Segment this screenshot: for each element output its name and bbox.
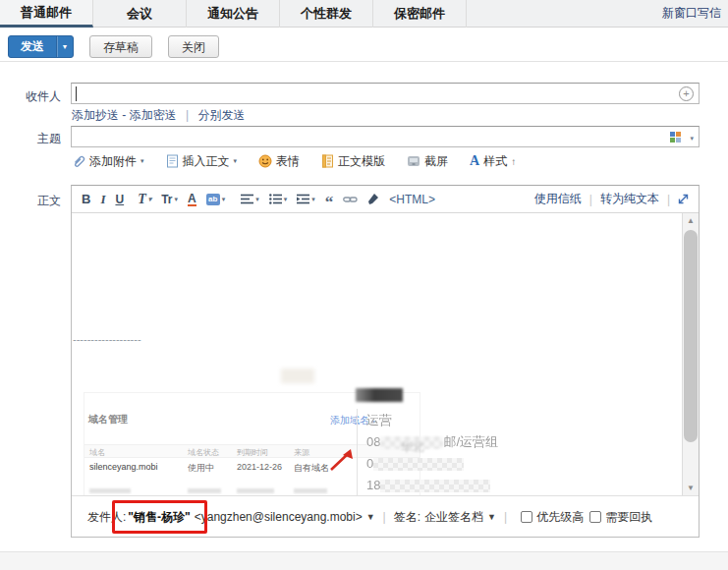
tab-meeting[interactable]: 会议: [93, 0, 187, 28]
insert-body-button[interactable]: 插入正文 ▾: [166, 153, 238, 170]
smiley-icon: [258, 154, 272, 168]
document-icon: [166, 154, 179, 168]
page-bottom-strip: [0, 552, 728, 570]
style-arrow-icon: ↑: [511, 156, 516, 167]
from-email: <yangzhen@silenceyang.mobi>: [195, 510, 363, 524]
emoticon-label: 表情: [276, 153, 300, 170]
align-button[interactable]: ▾: [241, 194, 259, 204]
tag-dropdown-caret-icon[interactable]: ▾: [690, 135, 694, 142]
expand-editor-icon[interactable]: [678, 194, 689, 204]
indent-button[interactable]: ▾: [297, 194, 315, 204]
new-window-compose-link[interactable]: 新窗口写信: [662, 5, 721, 22]
domain-col-header: 到期时间: [237, 447, 268, 458]
domain-status-cell: 使用中: [188, 462, 214, 475]
scroll-up-icon[interactable]: ▲: [683, 216, 699, 225]
scroll-down-icon[interactable]: ▼: [683, 484, 699, 492]
domain-cell: silenceyang.mobi: [89, 462, 158, 472]
subject-input[interactable]: ▾: [71, 126, 700, 147]
insert-body-caret-icon: ▾: [234, 157, 238, 165]
highlight-button[interactable]: ab▾: [206, 194, 226, 205]
priority-high-option[interactable]: 优先级高: [521, 509, 584, 526]
blockquote-button[interactable]: “: [325, 198, 334, 207]
font-size-button[interactable]: Tr▾: [161, 193, 178, 206]
indent-icon: [297, 194, 309, 204]
add-contact-plus-icon[interactable]: +: [679, 86, 694, 101]
highlight-caret-icon: ▾: [222, 196, 226, 203]
domain-col-header: 域名: [89, 447, 105, 458]
send-separately-link[interactable]: 分别发送: [198, 108, 246, 122]
send-split-button[interactable]: 发送 ▼: [8, 35, 74, 58]
send-button[interactable]: 发送: [9, 36, 56, 57]
add-attachment-button[interactable]: 添加附件 ▾: [72, 153, 144, 170]
mosaic-redaction: [380, 480, 490, 492]
add-cc-link[interactable]: 添加抄送: [72, 108, 119, 122]
emoticon-button[interactable]: 表情: [258, 153, 300, 170]
tag-swatch: [676, 138, 681, 142]
send-dropdown-caret-icon[interactable]: ▼: [56, 36, 73, 57]
close-button[interactable]: 关闭: [168, 35, 219, 58]
paperclip-icon: [72, 154, 85, 168]
blurred-artifact: [281, 369, 314, 383]
underline-button[interactable]: U: [115, 193, 124, 206]
signature-value[interactable]: 企业签名档: [424, 509, 483, 526]
scrollbar-thumb[interactable]: [684, 230, 698, 442]
template-icon: [321, 154, 334, 168]
compose-actionbar: 发送 ▼ 存草稿 关闭: [8, 35, 219, 58]
tab-announcement[interactable]: 通知公告: [187, 0, 280, 28]
screenshot-icon: [407, 154, 420, 168]
toolbar-pipe: |: [667, 193, 670, 206]
highlight-icon: ab: [206, 194, 220, 205]
contact-line: 0: [366, 453, 498, 475]
tab-confidential[interactable]: 保密邮件: [373, 0, 467, 28]
tab-personalized-mass[interactable]: 个性群发: [280, 0, 373, 28]
priority-high-checkbox[interactable]: [521, 511, 532, 523]
body-template-button[interactable]: 正文模版: [321, 153, 385, 170]
editor-content-area[interactable]: ------------------- 域名管理 添加域名 ▾ 域名 域名状态 …: [72, 213, 699, 495]
rich-text-editor: B I U T▾ Tr▾ A ab▾ ▾ ▾: [71, 185, 700, 538]
mail-tag-color-icon[interactable]: [670, 132, 681, 142]
add-attachment-label: 添加附件: [89, 153, 137, 170]
font-family-button[interactable]: T▾: [138, 192, 151, 207]
indent-caret-icon: ▾: [311, 196, 315, 203]
link-dash: -: [122, 108, 126, 122]
domain-col-header: 来源: [294, 447, 309, 458]
domain-source-cell: 自有域名: [294, 462, 329, 475]
list-button[interactable]: ▾: [269, 194, 288, 204]
add-bcc-link[interactable]: 添加密送: [130, 108, 177, 122]
html-source-button[interactable]: <HTML>: [389, 193, 435, 206]
screenshot-button[interactable]: 截屏: [407, 153, 448, 170]
footer-pipe: |: [383, 510, 386, 524]
use-stationery-link[interactable]: 使用信纸: [534, 191, 582, 207]
save-draft-button[interactable]: 存草稿: [89, 35, 152, 58]
editor-toolbar: B I U T▾ Tr▾ A ab▾ ▾ ▾: [72, 186, 699, 213]
attachment-caret-icon: ▾: [140, 157, 144, 165]
italic-button[interactable]: I: [100, 192, 105, 207]
style-a-icon: A: [470, 153, 479, 169]
font-color-button[interactable]: A: [188, 193, 196, 206]
to-plain-text-link[interactable]: 转为纯文本: [600, 191, 659, 207]
font-size-caret-icon: ▾: [175, 196, 179, 203]
insert-body-label: 插入正文: [183, 153, 230, 170]
from-dropdown-caret-icon[interactable]: ▼: [366, 512, 375, 522]
screenshot-label: 截屏: [424, 153, 448, 170]
font-size-glyph: Tr: [161, 193, 172, 206]
body-label: 正文: [37, 193, 61, 209]
hyperlink-icon[interactable]: [343, 195, 358, 204]
bold-button[interactable]: B: [82, 192, 90, 206]
need-receipt-option[interactable]: 需要回执: [589, 509, 652, 526]
format-brush-icon[interactable]: [367, 193, 379, 205]
need-receipt-label: 需要回执: [605, 509, 652, 526]
signature-dropdown-caret-icon[interactable]: ▼: [487, 512, 496, 522]
compose-mail-window: 普通邮件 会议 通知公告 个性群发 保密邮件 新窗口写信 发送 ▼ 存草稿 关闭…: [0, 0, 728, 570]
editor-scrollbar[interactable]: ▲ ▼: [682, 213, 699, 495]
tab-normal-mail[interactable]: 普通邮件: [0, 0, 93, 28]
need-receipt-checkbox[interactable]: [589, 511, 601, 523]
contact-line: 08华北邮/运营组: [366, 431, 498, 453]
list-icon: [269, 194, 282, 204]
style-button[interactable]: A 样式 ↑: [470, 153, 516, 170]
panel-divider: [357, 409, 358, 495]
insert-toolbar: 添加附件 ▾ 插入正文 ▾ 表情 正文模版 截屏 A 样式 ↑: [72, 150, 516, 172]
recipient-input[interactable]: +: [71, 83, 700, 104]
align-icon: [241, 194, 253, 204]
toolbar-divider: [0, 61, 728, 62]
